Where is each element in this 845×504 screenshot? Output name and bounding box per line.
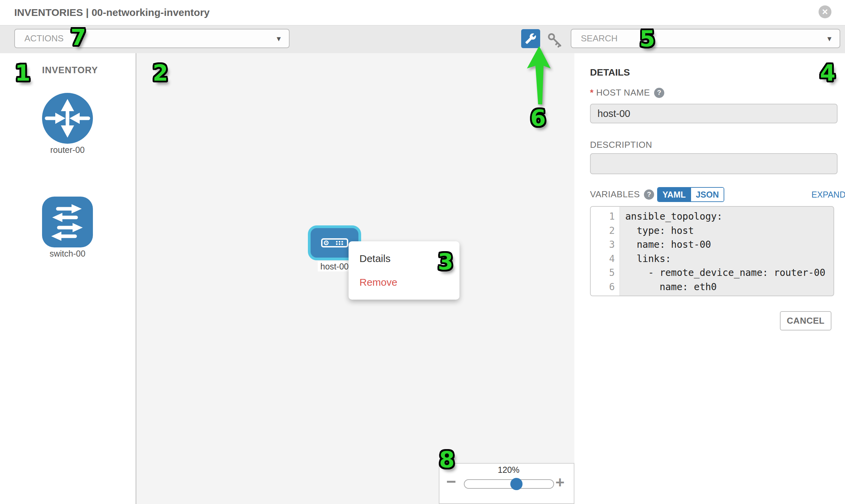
description-label: DESCRIPTION <box>590 140 652 150</box>
zoom-out-button[interactable]: − <box>446 473 456 490</box>
toggle-yaml[interactable]: YAML <box>658 188 690 201</box>
chevron-down-icon: ▾ <box>827 34 831 43</box>
chevron-down-icon: ▾ <box>277 34 281 43</box>
cancel-button[interactable]: CANCEL <box>780 311 831 330</box>
router-icon <box>42 93 93 145</box>
wrench-icon <box>525 33 536 44</box>
node-context-menu: Details Remove <box>349 241 459 300</box>
zoom-slider-handle[interactable] <box>510 478 523 490</box>
sidebar-item-router[interactable]: router-00 <box>42 93 93 155</box>
help-icon[interactable]: ? <box>654 88 664 98</box>
host-name-label-row: * HOST NAME ? <box>590 87 664 98</box>
switch-icon <box>42 197 93 249</box>
toolbox-button[interactable] <box>521 29 540 48</box>
code-line: ansible_topology: <box>625 210 833 224</box>
router-label: router-00 <box>42 145 93 155</box>
editor-line-numbers: 1 2 3 4 5 6 7 <box>591 207 620 295</box>
actions-dropdown[interactable]: ACTIONS ▾ <box>14 29 289 48</box>
code-line: type: host <box>625 224 833 238</box>
help-icon[interactable]: ? <box>644 190 654 200</box>
search-dropdown[interactable]: SEARCH ▾ <box>571 29 840 48</box>
inventory-topology-screen: INVENTORIES | 00-networking-inventory ✕ … <box>0 0 845 504</box>
editor-code-area[interactable]: ansible_topology: type: host name: host-… <box>620 207 833 295</box>
toggle-json[interactable]: JSON <box>690 188 724 201</box>
switch-label: switch-00 <box>42 249 93 258</box>
code-line: name: host-00 <box>625 238 833 252</box>
host-name-label: HOST NAME <box>596 87 650 98</box>
description-input[interactable] <box>590 153 838 174</box>
variables-label: VARIABLES <box>590 189 640 200</box>
expand-link[interactable]: EXPAND <box>811 190 845 200</box>
search-dropdown-label: SEARCH <box>581 33 617 44</box>
code-line: remote_interface_name: eth0 <box>625 294 833 296</box>
key-button[interactable] <box>545 31 564 49</box>
code-line: links: <box>625 252 833 266</box>
context-menu-item-remove[interactable]: Remove <box>349 270 459 294</box>
zoom-in-button[interactable]: + <box>556 474 565 490</box>
required-marker: * <box>590 87 593 98</box>
details-panel-title: DETAILS <box>590 67 630 78</box>
host-name-input[interactable] <box>590 104 838 123</box>
variables-label-row: VARIABLES ? <box>590 189 654 200</box>
close-icon[interactable]: ✕ <box>818 5 831 18</box>
sidebar-heading: INVENTORY <box>42 65 98 76</box>
variables-format-toggle: YAML JSON <box>657 187 724 202</box>
header-bar: INVENTORIES | 00-networking-inventory <box>0 0 845 25</box>
key-icon <box>547 32 563 48</box>
sidebar-item-switch[interactable]: switch-00 <box>42 197 93 258</box>
variables-code-editor[interactable]: 1 2 3 4 5 6 7 ansible_topology: type: ho… <box>590 206 834 296</box>
actions-dropdown-label: ACTIONS <box>24 33 64 44</box>
code-line: name: eth0 <box>625 280 833 294</box>
zoom-level-value: 120% <box>485 465 532 475</box>
zoom-slider-track[interactable] <box>464 479 554 489</box>
context-menu-item-details[interactable]: Details <box>349 247 459 270</box>
close-glyph: ✕ <box>822 7 828 17</box>
host-icon <box>321 238 348 248</box>
page-title: INVENTORIES | 00-networking-inventory <box>14 0 210 25</box>
code-line: - remote_device_name: router-00 <box>625 266 833 280</box>
